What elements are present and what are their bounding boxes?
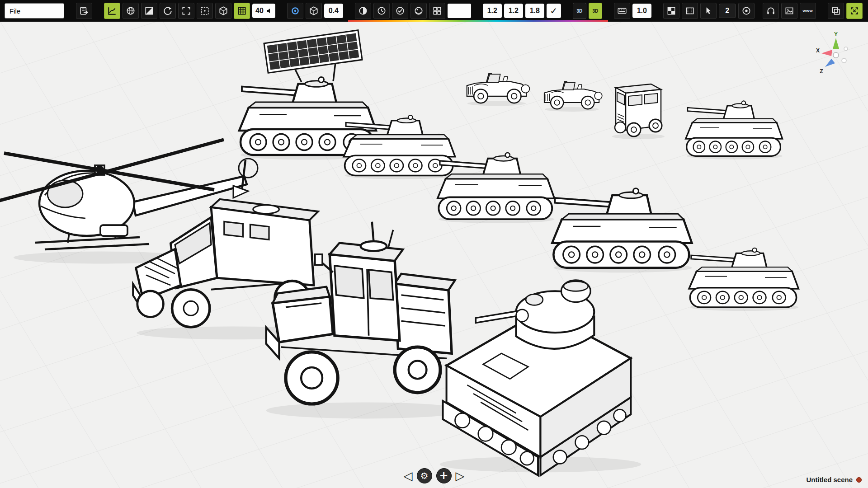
prev-arrow-button[interactable]: ◁ [404,470,413,482]
scale-value: 1.0 [637,7,647,15]
web-button[interactable]: www [800,3,816,19]
scale-field[interactable]: 1.0 [632,4,651,18]
fullscreen-button[interactable] [846,3,863,19]
check-circle-icon [395,6,405,16]
svg-text:Y: Y [834,32,838,38]
checkbox-check-icon: ✓ [550,5,557,16]
curve-profile-button[interactable] [104,3,120,19]
four-squares-icon [432,6,442,16]
frame-corners-icon [181,6,191,16]
globe-icon [126,6,136,16]
box-icon [309,6,319,16]
record-status-dot[interactable] [856,477,862,483]
layer-count-value: 2 [725,7,729,15]
viewport[interactable]: Y X Z ◁ ⚙ + ▷ Untitled scene [0,22,868,488]
export-icon [79,6,89,16]
svg-text:Z: Z [820,68,823,75]
apply-check-button[interactable] [392,3,408,19]
value-a: 1.2 [487,7,497,15]
line-opacity-field[interactable]: 0.4 [324,4,343,18]
line-width-value: 40 [255,7,264,15]
blue-dot-icon [290,6,300,16]
image-button[interactable] [781,3,797,19]
main-toolbar: File [0,0,868,22]
clock-icon [377,6,387,16]
mode-3d-active-label: 3D [592,9,598,14]
grid-toggle-button[interactable] [234,3,250,19]
filmstrip-icon [685,6,695,16]
line-opacity-value: 0.4 [329,7,339,15]
dashed-frame-button[interactable] [197,3,213,19]
sphere-icon [414,6,424,16]
hue-strip [348,20,608,22]
value-field-b[interactable]: 1.2 [504,4,523,18]
dashed-frame-icon [200,6,210,16]
keyboard-button[interactable] [614,3,630,19]
settings-button[interactable]: ⚙ [417,468,432,483]
file-menu-button[interactable]: File [5,3,64,19]
layer-count-field[interactable]: 2 [719,4,736,18]
aperture-icon [741,6,751,16]
export-button[interactable] [76,3,92,19]
mode-3d-button[interactable]: 3D [573,3,586,19]
checkerboard-icon [666,6,676,16]
mode-3d-active-button[interactable]: 3D [589,3,602,19]
bottom-navbar: ◁ ⚙ + ▷ [0,468,868,483]
curve-chart-icon [107,6,117,16]
speaker-icon [266,8,272,14]
checkerboard-button[interactable] [663,3,679,19]
frames-button[interactable] [828,3,844,19]
status-bar: Untitled scene [806,476,862,483]
shading-half-button[interactable] [355,3,371,19]
line-width-field[interactable]: 40 [252,4,275,18]
gear-icon: ⚙ [420,470,429,481]
scene-name: Untitled scene [806,476,853,483]
axis-gizmo-icon: Y X Z [813,32,859,77]
tiles-button[interactable] [429,3,445,19]
stacked-frames-icon [831,6,841,16]
value-b: 1.2 [509,7,519,15]
focus-point-button[interactable] [287,3,303,19]
toggle-checkbox[interactable]: ✓ [547,4,561,18]
paper-color-swatch[interactable] [448,4,471,18]
filmstrip-button[interactable] [682,3,698,19]
cursor-button[interactable] [700,3,717,19]
next-arrow-button[interactable]: ▷ [456,470,465,482]
contrast-diagonal-icon [144,6,154,16]
audio-button[interactable] [763,3,779,19]
vehicle-utility-truck[interactable] [612,84,665,139]
mode-3d-label: 3D [576,9,582,14]
frame-corners-button[interactable] [178,3,194,19]
value-field-c[interactable]: 1.8 [525,4,544,18]
rotate-view-button[interactable] [160,3,176,19]
plus-icon: + [439,469,448,482]
image-icon [784,6,794,16]
keyboard-icon [617,6,627,16]
aperture-button[interactable] [738,3,755,19]
fullscreen-arrows-icon [849,6,859,16]
sphere-shading-button[interactable] [410,3,427,19]
cursor-icon [703,6,713,16]
www-icon: www [803,9,813,13]
globe-button[interactable] [123,3,139,19]
scene-canvas[interactable] [0,22,868,488]
add-button[interactable]: + [436,468,452,483]
rotate-icon [163,6,173,16]
value-c: 1.8 [530,7,540,15]
file-menu-label: File [9,7,20,15]
half-circle-icon [358,6,368,16]
contrast-split-button[interactable] [141,3,157,19]
svg-text:X: X [816,47,820,54]
axis-gizmo[interactable]: Y X Z [813,32,859,77]
time-button[interactable] [373,3,390,19]
cube-icon [218,6,228,16]
depth-cube-button[interactable] [306,3,322,19]
grid-icon [237,6,247,16]
value-field-a[interactable]: 1.2 [483,4,502,18]
headphones-icon [766,6,776,16]
cube-view-button[interactable] [215,3,231,19]
